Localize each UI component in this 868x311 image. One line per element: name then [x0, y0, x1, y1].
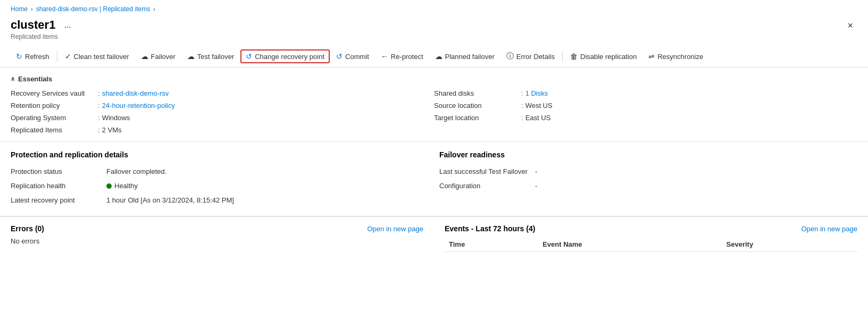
protection-col: Protection and replication details Prote…	[11, 150, 429, 207]
col-severity: Severity	[722, 237, 857, 252]
target-location-row: Target location : East US	[434, 114, 857, 122]
essentials-header[interactable]: ∧ Essentials	[11, 75, 857, 83]
disable-replication-button[interactable]: 🗑 Disable replication	[565, 49, 642, 63]
shared-disks-row: Shared disks : 1 Disks	[434, 89, 857, 97]
ellipsis-button[interactable]: ...	[61, 19, 74, 31]
recovery-vault-link[interactable]: shared-disk-demo-rsv	[102, 89, 169, 97]
failover-button[interactable]: ☁ Failover	[136, 49, 181, 63]
checkmark-icon: ✓	[65, 52, 71, 61]
replicated-items-row: Replicated Items : 2 VMs	[11, 126, 434, 134]
protection-status-row: Protection status Failover completed.	[11, 164, 429, 179]
breadcrumb-sep2: ›	[153, 6, 155, 12]
events-title: Events - Last 72 hours (4)	[445, 224, 535, 233]
recovery-point-row: Latest recovery point 1 hour Old [As on …	[11, 193, 429, 207]
shared-disks-link[interactable]: 1 Disks	[525, 89, 548, 97]
replication-health-row: Replication health Healthy	[11, 179, 429, 193]
breadcrumb-vault[interactable]: shared-disk-demo-rsv | Replicated items	[36, 5, 151, 13]
errors-panel: Errors (0) Open in new page No errors	[0, 217, 434, 259]
os-row: Operating System : Windows	[11, 114, 434, 122]
protection-title: Protection and replication details	[11, 150, 429, 159]
retention-policy-link[interactable]: 24-hour-retention-policy	[102, 102, 175, 110]
commit-button[interactable]: ↺ Commit	[331, 49, 374, 63]
events-header: Events - Last 72 hours (4) Open in new p…	[445, 224, 857, 233]
refresh-icon: ↻	[16, 52, 22, 61]
essentials-section: ∧ Essentials Recovery Services vault : s…	[0, 68, 868, 141]
retention-policy-row: Retention policy : 24-hour-retention-pol…	[11, 102, 434, 110]
recovery-point-icon: ↺	[246, 52, 252, 61]
refresh-button[interactable]: ↻ Refresh	[11, 49, 55, 63]
configuration-row: Configuration -	[439, 179, 857, 193]
title-area: cluster1 ... Replicated items	[11, 18, 74, 40]
essentials-grid: Recovery Services vault : shared-disk-de…	[11, 89, 857, 134]
reprotect-button[interactable]: ← Re-protect	[375, 49, 429, 63]
breadcrumb-sep1: ›	[31, 6, 33, 12]
last-test-row: Last successful Test Failover -	[439, 164, 857, 179]
col-time: Time	[445, 237, 538, 252]
errors-title: Errors (0)	[11, 224, 44, 233]
details-section: Protection and replication details Prote…	[0, 142, 868, 216]
chevron-down-icon: ∧	[11, 75, 15, 82]
events-open-link[interactable]: Open in new page	[801, 225, 857, 233]
toolbar-sep1	[57, 51, 57, 62]
title-row: cluster1 ...	[11, 18, 74, 32]
error-details-icon: ⓘ	[506, 52, 514, 61]
commit-icon: ↺	[336, 52, 343, 61]
page-title: cluster1	[11, 18, 55, 32]
breadcrumb: Home › shared-disk-demo-rsv | Replicated…	[0, 0, 868, 16]
resynchronize-button[interactable]: ⇌ Resynchronize	[643, 49, 708, 63]
cloud-test-icon: ☁	[187, 52, 195, 61]
source-location-row: Source location : West US	[434, 102, 857, 110]
clean-test-failover-button[interactable]: ✓ Clean test failover	[60, 49, 135, 63]
planned-failover-button[interactable]: ☁ Planned failover	[430, 49, 500, 63]
breadcrumb-home[interactable]: Home	[11, 5, 28, 13]
error-details-button[interactable]: ⓘ Error Details	[501, 49, 560, 64]
reprotect-icon: ←	[381, 52, 388, 61]
errors-header: Errors (0) Open in new page	[11, 224, 423, 233]
close-button[interactable]: ×	[843, 18, 857, 33]
disable-replication-icon: 🗑	[570, 52, 578, 61]
recovery-vault-row: Recovery Services vault : shared-disk-de…	[11, 89, 434, 97]
test-failover-button[interactable]: ☁ Test failover	[182, 49, 239, 63]
col-event-name: Event Name	[538, 237, 722, 252]
bottom-section: Errors (0) Open in new page No errors Ev…	[0, 216, 868, 259]
health-indicator	[106, 183, 112, 189]
page-subtitle: Replicated items	[11, 33, 74, 40]
change-recovery-point-button[interactable]: ↺ Change recovery point	[240, 49, 330, 63]
events-panel: Events - Last 72 hours (4) Open in new p…	[434, 217, 868, 259]
failover-title: Failover readiness	[439, 150, 857, 159]
page-header: cluster1 ... Replicated items ×	[0, 16, 868, 46]
toolbar-sep2	[562, 51, 563, 62]
essentials-right: Shared disks : 1 Disks Source location :…	[434, 89, 857, 134]
essentials-left: Recovery Services vault : shared-disk-de…	[11, 89, 434, 134]
events-table: Time Event Name Severity	[445, 237, 857, 252]
resynchronize-icon: ⇌	[648, 52, 655, 61]
planned-failover-icon: ☁	[435, 52, 443, 61]
errors-open-link[interactable]: Open in new page	[367, 225, 423, 233]
failover-col: Failover readiness Last successful Test …	[439, 150, 857, 207]
no-errors-text: No errors	[11, 237, 423, 245]
cloud-failover-icon: ☁	[141, 52, 148, 61]
toolbar: ↻ Refresh ✓ Clean test failover ☁ Failov…	[0, 46, 868, 68]
